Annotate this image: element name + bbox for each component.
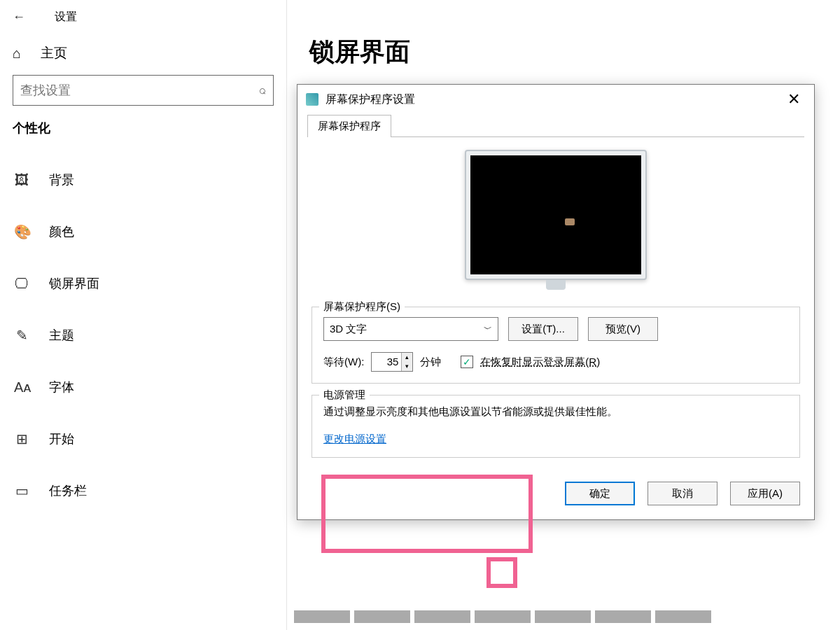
taskbar-icon: ▭ <box>14 482 29 499</box>
start-icon: ⊞ <box>14 430 29 447</box>
monitor-preview <box>465 150 647 280</box>
screensaver-group: 屏幕保护程序(S) 3D 文字 ﹀ 设置(T)... 预览(V) 等待(W): … <box>312 307 800 384</box>
search-input[interactable] <box>20 83 259 98</box>
preview-area <box>312 150 800 290</box>
sidebar-item-start[interactable]: ⊞ 开始 <box>0 421 286 457</box>
apply-button[interactable]: 应用(A) <box>730 482 800 505</box>
wait-label: 等待(W): <box>323 356 364 369</box>
monitor-stand <box>546 280 566 290</box>
thumb[interactable] <box>354 610 410 623</box>
palette-icon: 🎨 <box>14 223 29 240</box>
search-icon: ⌕ <box>259 83 266 97</box>
resume-checkbox[interactable]: ✓ <box>461 356 473 368</box>
resume-checkbox-label: 在恢复时显示登录屏幕(R) <box>480 356 600 369</box>
group-label-power: 电源管理 <box>319 388 370 402</box>
dialog-app-icon <box>306 93 318 106</box>
home-icon: ⌂ <box>13 46 21 62</box>
sidebar-item-lockscreen[interactable]: 🖵 锁屏界面 <box>0 265 286 302</box>
sidebar-item-colors[interactable]: 🎨 颜色 <box>0 214 286 250</box>
close-icon[interactable]: ✕ <box>782 90 806 108</box>
sidebar-item-background[interactable]: 🖼 背景 <box>0 162 286 198</box>
theme-icon: ✎ <box>14 327 29 344</box>
home-label: 主页 <box>41 44 67 62</box>
image-icon: 🖼 <box>14 172 29 188</box>
section-label: 个性化 <box>0 120 286 146</box>
wait-value: 35 <box>372 353 401 371</box>
search-box[interactable]: ⌕ <box>13 75 274 106</box>
spin-down-icon[interactable]: ▾ <box>402 362 412 371</box>
spin-up-icon[interactable]: ▴ <box>402 353 412 362</box>
power-group: 电源管理 通过调整显示亮度和其他电源设置以节省能源或提供最佳性能。 更改电源设置 <box>312 395 800 458</box>
thumbnail-bar <box>294 610 711 623</box>
page-title: 锁屏界面 <box>309 35 840 69</box>
power-description: 通过调整显示亮度和其他电源设置以节省能源或提供最佳性能。 <box>323 405 788 419</box>
sidebar-title: 设置 <box>55 10 77 24</box>
highlight-box <box>486 557 517 588</box>
wait-unit: 分钟 <box>420 356 441 369</box>
dialog-footer: 确定 取消 应用(A) <box>298 469 814 519</box>
thumb[interactable] <box>475 610 531 623</box>
dialog-title: 屏幕保护程序设置 <box>326 92 415 107</box>
lockscreen-icon: 🖵 <box>14 276 29 292</box>
font-icon: Aᴀ <box>14 379 29 396</box>
sidebar-item-taskbar[interactable]: ▭ 任务栏 <box>0 472 286 509</box>
group-label-screensaver: 屏幕保护程序(S) <box>319 300 405 314</box>
screensaver-select[interactable]: 3D 文字 ﹀ <box>323 317 498 341</box>
tab-screensaver[interactable]: 屏幕保护程序 <box>307 115 391 137</box>
sidebar-home[interactable]: ⌂ 主页 <box>0 37 286 75</box>
wait-spinner[interactable]: 35 ▴ ▾ <box>371 352 413 372</box>
dialog-body: 屏幕保护程序(S) 3D 文字 ﹀ 设置(T)... 预览(V) 等待(W): … <box>298 137 814 458</box>
preview-button[interactable]: 预览(V) <box>588 317 658 341</box>
sidebar-item-fonts[interactable]: Aᴀ 字体 <box>0 369 286 405</box>
sidebar-top: ← 设置 <box>0 6 286 37</box>
cancel-button[interactable]: 取消 <box>648 482 718 505</box>
screensaver-dialog: 屏幕保护程序设置 ✕ 屏幕保护程序 屏幕保护程序(S) <box>297 84 815 520</box>
sidebar-item-themes[interactable]: ✎ 主题 <box>0 317 286 354</box>
chevron-down-icon: ﹀ <box>484 323 492 335</box>
thumb[interactable] <box>535 610 591 623</box>
preview-content <box>565 218 575 225</box>
thumb[interactable] <box>655 610 711 623</box>
select-value: 3D 文字 <box>330 323 367 336</box>
settings-sidebar: ← 设置 ⌂ 主页 ⌕ 个性化 🖼 背景 🎨 颜色 🖵 锁屏界面 ✎ 主题 Aᴀ… <box>0 0 287 630</box>
settings-button[interactable]: 设置(T)... <box>508 317 578 341</box>
back-icon[interactable]: ← <box>13 10 25 24</box>
power-settings-link[interactable]: 更改电源设置 <box>323 433 386 444</box>
main-content: 锁屏界面 屏幕保护程序设置 ✕ 屏幕保护程序 <box>287 0 840 630</box>
preview-screen <box>470 155 641 274</box>
thumb[interactable] <box>595 610 651 623</box>
ok-button[interactable]: 确定 <box>565 482 635 505</box>
thumb[interactable] <box>414 610 470 623</box>
thumb[interactable] <box>294 610 350 623</box>
dialog-titlebar: 屏幕保护程序设置 ✕ <box>298 85 814 114</box>
